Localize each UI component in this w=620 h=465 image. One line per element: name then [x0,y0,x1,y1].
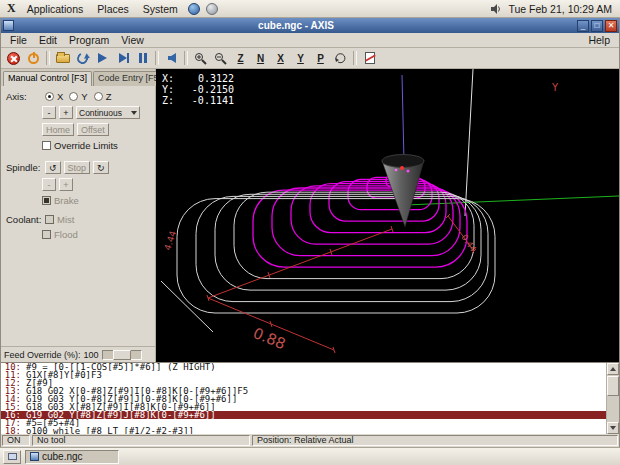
feed-override-slider[interactable] [102,350,142,360]
axis-x-radio[interactable] [45,92,54,101]
override-limits-checkbox[interactable] [42,141,51,150]
spindle-cw-button[interactable]: ↻ [93,161,109,174]
clear-plot-button[interactable] [360,50,379,67]
tool-status: No tool [32,435,250,446]
gcode-line[interactable]: 18:o100 while [#8 LT [#1/2-#2-#3]] [1,427,606,434]
desktop-bottom-panel: cube.ngc [0,447,620,465]
zoom-out-button[interactable] [211,50,230,67]
view-x-label: X [277,53,284,64]
override-limits-label: Override Limits [54,140,118,151]
dro-x-label: X: [162,73,178,84]
minimize-button[interactable]: _ [577,20,589,32]
help-menu[interactable]: Help [582,34,616,46]
back-arrow-icon [168,53,176,63]
estop-button[interactable] [4,50,23,67]
axis-y-radio[interactable] [69,92,78,101]
zoom-out-icon [214,52,227,65]
program-menu[interactable]: Program [63,34,115,46]
jog-plus-button[interactable]: + [59,106,73,119]
dimension-label-left: 4.44 [162,229,178,251]
run-from-line-button[interactable] [162,50,181,67]
spindle-ccw-button[interactable]: ↺ [45,161,61,174]
places-menu[interactable]: Places [91,2,135,16]
mist-label: Mist [57,214,74,225]
system-menu[interactable]: System [137,2,184,16]
toolbar-separator [155,51,159,65]
spindle-stop-button[interactable]: Stop [64,161,91,174]
arrow-up-icon [610,367,616,371]
edit-menu[interactable]: Edit [33,34,63,46]
tab-manual-control[interactable]: Manual Control [F3] [3,71,92,86]
gcode-line[interactable]: 11:G1X[#8]Y[#0]F3 [1,371,606,379]
feed-override-row: Feed Override (%): 100 [1,346,155,362]
show-desktop-button[interactable] [3,450,21,464]
dro-readout: X:0.3122 Y:-0.2150 Z:-0.1141 [162,73,234,106]
spindle-minus-button[interactable]: - [42,178,56,191]
reload-button[interactable] [73,50,92,67]
run-icon [98,53,107,63]
task-window-icon [30,452,39,461]
y-axis-label: Y [551,82,559,93]
offset-button[interactable]: Offset [77,123,109,136]
help-launcher-icon[interactable] [206,3,218,15]
axis-z-radio[interactable] [94,92,103,101]
slider-handle[interactable] [113,350,131,360]
preview-area: X:0.3122 Y:-0.2150 Z:-0.1141 [156,69,619,362]
spindle-plus-button[interactable]: + [59,178,73,191]
dro-z-label: Z: [162,95,178,106]
machine-power-button[interactable] [24,50,43,67]
toolpath-preview[interactable]: 0.88 4.44 0.44 Y [156,69,619,362]
step-button[interactable] [113,50,132,67]
scroll-thumb[interactable] [607,376,619,396]
spindle-label: Spindle: [6,162,42,173]
rotate-view-button[interactable] [331,50,350,67]
flood-checkbox[interactable] [42,230,51,239]
view-z-button[interactable]: Z [231,50,250,67]
gcode-lines[interactable]: 10:#9 = [0-[[1-COS[#5]]*#6]] (Z HIGHT) 1… [1,363,606,434]
scroll-up-button[interactable] [607,363,619,375]
task-window-label: cube.ngc [42,451,83,462]
taskbar-item-axis[interactable]: cube.ngc [25,450,119,464]
power-icon [28,53,39,64]
panel-tabs: Manual Control [F3] Code Entry [F5] [1,69,155,86]
close-button[interactable]: ✕ [605,20,617,32]
toolbar-separator [46,51,50,65]
jog-mode-select[interactable]: Continuous [76,106,140,119]
gcode-line-number: 18: [1,427,21,434]
browser-launcher-icon[interactable] [188,3,200,15]
dro-y-label: Y: [162,84,178,95]
view-y-button[interactable]: Y [291,50,310,67]
jog-minus-button[interactable]: - [42,106,56,119]
titlebar[interactable]: cube.ngc - AXIS _ □ ✕ [1,18,619,33]
view-perspective-button[interactable]: P [311,50,330,67]
scroll-track[interactable] [607,396,619,422]
view-z-rotated-button[interactable]: N [251,50,270,67]
gcode-listing[interactable]: 10:#9 = [0-[[1-COS[#5]]*#6]] (Z HIGHT) 1… [1,362,619,434]
axis-label: Axis: [6,91,42,102]
dimension-lines [207,214,476,353]
view-x-button[interactable]: X [271,50,290,67]
x-logo-icon[interactable]: X [4,1,19,16]
desktop-top-panel: X Applications Places System Tue Feb 21,… [0,0,620,18]
pause-button[interactable] [133,50,152,67]
zoom-in-button[interactable] [191,50,210,67]
mist-checkbox[interactable] [45,215,54,224]
run-button[interactable] [93,50,112,67]
limit-line-right [465,69,473,216]
desktop-icon [8,453,17,460]
brake-label: Brake [54,195,79,206]
brake-checkbox[interactable] [42,196,51,205]
view-menu[interactable]: View [115,34,150,46]
window-icon [3,20,14,31]
gcode-line-active[interactable]: 16:G19 G02 Y[#8]Z[#9]J[#8]K[0-[#9+#6]] [1,411,606,419]
applications-menu[interactable]: Applications [21,2,90,16]
clock[interactable]: Tue Feb 21, 10:29 AM [504,3,616,15]
file-menu[interactable]: File [4,34,33,46]
gcode-scrollbar[interactable] [606,363,619,434]
home-button[interactable]: Home [42,123,74,136]
axis-window: cube.ngc - AXIS _ □ ✕ File Edit Program … [0,18,620,447]
scroll-down-button[interactable] [607,422,619,434]
open-file-button[interactable] [53,50,72,67]
maximize-button[interactable]: □ [591,20,603,32]
volume-icon[interactable] [490,3,502,15]
